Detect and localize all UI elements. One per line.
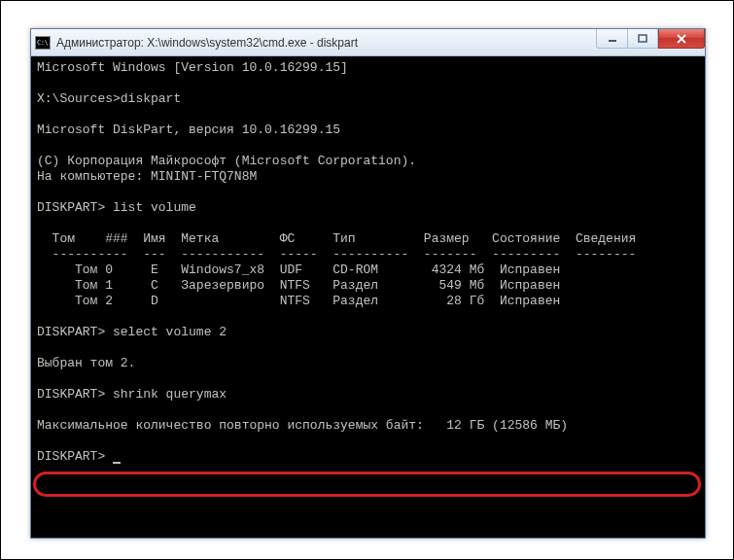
output-line: X:\Sources>diskpart <box>37 91 181 106</box>
window-controls <box>596 29 705 49</box>
table-row: Том 1 C Зарезервиро NTFS Раздел 549 Мб И… <box>37 278 560 293</box>
maximize-icon <box>638 34 647 44</box>
prompt-line: DISKPART> <box>37 449 113 464</box>
output-line: DISKPART> shrink querymax <box>37 387 227 402</box>
table-divider: ---------- --- ----------- ----- -------… <box>37 247 636 262</box>
terminal-output[interactable]: Microsoft Windows [Version 10.0.16299.15… <box>31 56 705 538</box>
output-line: Microsoft Windows [Version 10.0.16299.15… <box>37 60 348 75</box>
output-line: (C) Корпорация Майкрософт (Microsoft Cor… <box>37 154 416 168</box>
table-row: Том 2 D NTFS Раздел 28 Гб Исправен <box>37 294 560 308</box>
close-icon <box>677 34 686 44</box>
svg-rect-1 <box>639 35 647 42</box>
output-line: Выбран том 2. <box>37 356 135 370</box>
cmd-icon: C:\. <box>35 36 51 50</box>
output-line: DISKPART> select volume 2 <box>37 325 227 339</box>
table-row: Том 0 E Windows7_x8 UDF CD-ROM 4324 Мб И… <box>37 262 560 277</box>
titlebar[interactable]: C:\. Администратор: X:\windows\system32\… <box>31 29 705 56</box>
output-line: Максимальное количество повторно использ… <box>37 418 568 433</box>
cursor <box>113 462 121 464</box>
minimize-icon <box>608 34 617 44</box>
maximize-button[interactable] <box>627 29 658 49</box>
cmd-window: C:\. Администратор: X:\windows\system32\… <box>30 28 706 539</box>
minimize-button[interactable] <box>596 29 627 49</box>
table-header: Том ### Имя Метка ФС Тип Размер Состояни… <box>37 231 636 246</box>
output-line: На компьютере: MININT-FTQ7N8M <box>37 169 257 184</box>
close-button[interactable] <box>658 29 705 49</box>
output-line: Microsoft DiskPart, версия 10.0.16299.15 <box>37 122 340 137</box>
svg-rect-0 <box>609 40 616 42</box>
output-line: DISKPART> list volume <box>37 200 196 215</box>
